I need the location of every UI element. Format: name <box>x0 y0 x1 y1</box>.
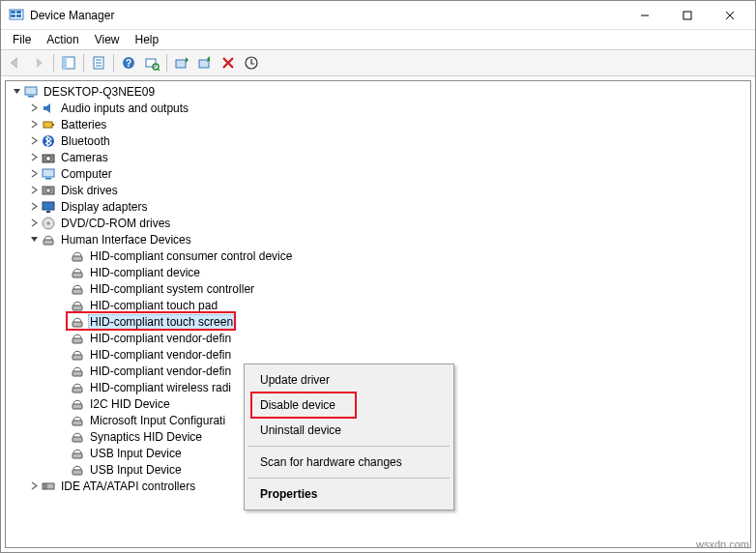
tree-category-label: IDE ATA/ATAPI controllers <box>59 480 197 493</box>
context-menu-item[interactable]: Scan for hardware changes <box>247 450 451 475</box>
hid-icon <box>70 364 85 379</box>
svg-rect-6 <box>683 12 691 19</box>
tree-root-label: DESKTOP-Q3NEE09 <box>42 85 157 99</box>
svg-line-19 <box>158 69 160 71</box>
svg-rect-23 <box>25 87 37 95</box>
context-menu-item[interactable]: Uninstall device <box>247 418 451 443</box>
window-title: Device Manager <box>30 9 114 22</box>
tree-device[interactable]: HID-compliant vendor-defin <box>6 346 750 363</box>
svg-rect-44 <box>73 338 82 343</box>
svg-rect-34 <box>43 202 54 210</box>
forward-button[interactable] <box>28 52 49 73</box>
ide-icon <box>41 479 56 494</box>
expander-empty <box>56 430 70 444</box>
menu-action[interactable]: Action <box>39 31 86 48</box>
tree-device[interactable]: HID-compliant system controller <box>6 280 750 297</box>
context-menu-item[interactable]: Update driver <box>247 367 451 393</box>
tree-root[interactable]: DESKTOP-Q3NEE09 <box>6 83 750 100</box>
tree-device-label: Synaptics HID Device <box>88 430 204 444</box>
svg-rect-50 <box>73 437 82 442</box>
svg-point-33 <box>46 188 51 192</box>
update-driver-button[interactable] <box>171 52 192 73</box>
context-menu-item[interactable]: Disable device <box>247 393 451 418</box>
expander-empty <box>56 364 70 378</box>
hid-icon <box>70 429 85 445</box>
chevron-right-icon[interactable] <box>27 102 41 115</box>
svg-point-29 <box>46 156 51 160</box>
hid-icon <box>70 396 85 412</box>
svg-rect-42 <box>73 306 82 310</box>
scan-hardware-button[interactable] <box>141 52 162 73</box>
computer-icon <box>23 84 39 100</box>
battery-icon <box>41 117 56 132</box>
chevron-right-icon[interactable] <box>27 118 41 131</box>
tree-category[interactable]: Display adapters <box>6 198 750 215</box>
context-menu-item[interactable]: Properties <box>247 481 451 507</box>
toolbar-separator <box>113 54 114 72</box>
expander-empty <box>56 315 70 329</box>
properties-button[interactable] <box>88 52 109 73</box>
tree-category-label: Human Interface Devices <box>59 233 193 247</box>
tree-category-label: Batteries <box>59 118 108 131</box>
svg-rect-43 <box>73 322 82 327</box>
svg-point-37 <box>47 221 50 224</box>
tree-device-label: HID-compliant touch screen <box>88 314 235 330</box>
toolbar-separator <box>83 54 84 72</box>
tree-category[interactable]: Audio inputs and outputs <box>6 100 750 116</box>
svg-rect-26 <box>52 124 54 126</box>
toolbar-separator <box>53 54 54 72</box>
tree-category[interactable]: Computer <box>6 165 750 182</box>
svg-rect-20 <box>176 60 186 68</box>
tree-device[interactable]: HID-compliant touch pad <box>6 297 750 313</box>
minimize-button[interactable] <box>624 1 666 29</box>
chevron-right-icon[interactable] <box>27 200 41 214</box>
menu-help[interactable]: Help <box>128 31 167 48</box>
svg-rect-45 <box>73 355 82 360</box>
display-icon <box>41 199 56 215</box>
tree-category[interactable]: Disk drives <box>6 182 750 198</box>
disable-device-button[interactable] <box>194 52 216 73</box>
svg-rect-40 <box>73 273 82 277</box>
tree-category[interactable]: Cameras <box>6 149 750 165</box>
chevron-right-icon[interactable] <box>27 480 41 493</box>
remove-device-button[interactable] <box>241 52 262 73</box>
chevron-right-icon[interactable] <box>27 151 41 164</box>
tree-category[interactable]: Batteries <box>6 116 750 132</box>
expander-empty <box>56 348 70 362</box>
svg-rect-10 <box>63 57 67 69</box>
tree-category[interactable]: Human Interface Devices <box>6 231 750 247</box>
tree-device[interactable]: HID-compliant device <box>6 264 750 280</box>
tree-device-label: HID-compliant wireless radi <box>88 381 233 394</box>
tree-device-label: USB Input Device <box>88 463 184 477</box>
expander-empty <box>56 332 70 345</box>
tree-device-label: HID-compliant device <box>88 266 202 279</box>
tree-category[interactable]: DVD/CD-ROM drives <box>6 215 750 231</box>
uninstall-device-button[interactable] <box>218 52 239 73</box>
show-hide-console-tree-button[interactable] <box>58 52 79 73</box>
chevron-right-icon[interactable] <box>27 217 41 230</box>
chevron-right-icon[interactable] <box>27 167 41 181</box>
app-icon <box>9 8 24 23</box>
tree-category[interactable]: Bluetooth <box>6 132 750 149</box>
menu-view[interactable]: View <box>87 31 128 48</box>
tree-device[interactable]: HID-compliant vendor-defin <box>6 330 750 346</box>
maximize-button[interactable] <box>666 1 709 29</box>
hid-icon <box>70 248 85 264</box>
tree-device[interactable]: HID-compliant consumer control device <box>6 247 750 264</box>
computer-icon <box>41 166 56 182</box>
chevron-down-icon[interactable] <box>27 233 41 247</box>
chevron-right-icon[interactable] <box>27 134 41 148</box>
hid-icon <box>70 298 85 313</box>
svg-rect-38 <box>44 240 53 245</box>
help-button[interactable]: ? <box>118 52 139 73</box>
close-button[interactable] <box>709 1 751 29</box>
expander-empty <box>56 414 70 427</box>
menu-file[interactable]: File <box>5 31 39 48</box>
back-button[interactable] <box>5 52 26 73</box>
tree-device-label: HID-compliant consumer control device <box>88 249 294 263</box>
tree-device[interactable]: HID-compliant touch screen <box>6 313 750 330</box>
context-menu: Update driverDisable deviceUninstall dev… <box>244 364 454 510</box>
chevron-right-icon[interactable] <box>27 184 41 197</box>
tree-device-label: USB Input Device <box>88 447 184 460</box>
chevron-down-icon[interactable] <box>10 85 23 99</box>
